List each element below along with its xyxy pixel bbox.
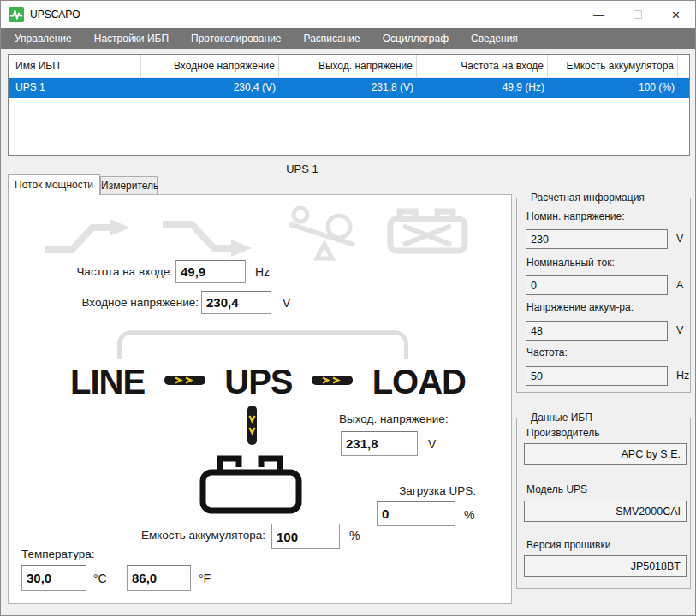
manufacturer-field[interactable] xyxy=(524,443,687,465)
app-window: UPSCAPO — ✕ Управление Настройки ИБП Про… xyxy=(0,0,696,616)
column-header-name[interactable]: Имя ИБП xyxy=(9,55,141,77)
power-flow-panel: Частота на входе: Hz Входное напряжение:… xyxy=(8,194,512,604)
nominal-voltage-field[interactable] xyxy=(526,229,668,249)
menu-bar: Управление Настройки ИБП Протоколировани… xyxy=(1,28,695,49)
flow-arrow-right-icon xyxy=(164,374,205,389)
input-frequency-field[interactable] xyxy=(175,260,246,283)
cell-battery-capacity: 100 (%) xyxy=(548,78,678,98)
window-title: UPSCAPO xyxy=(30,1,80,28)
nominal-current-unit: A xyxy=(676,279,683,291)
ups-data-title: Данные ИБП xyxy=(527,412,596,424)
frequency-unit: Hz xyxy=(676,370,689,382)
bypass-line xyxy=(117,330,408,359)
input-voltage-unit: V xyxy=(283,296,290,310)
diagram-line-label: LINE xyxy=(70,363,145,401)
battery-icon xyxy=(199,448,303,518)
manufacturer-label: Производитель xyxy=(526,427,599,439)
cell-input-frequency: 49,9 (Hz) xyxy=(417,78,548,98)
input-frequency-label: Частота на входе: xyxy=(26,265,173,278)
menu-item-about[interactable]: Сведения xyxy=(460,28,529,49)
ups-table-header: Имя ИБП Входное напряжение Выход. напряж… xyxy=(9,55,689,78)
close-button[interactable]: ✕ xyxy=(657,1,695,28)
nominal-voltage-unit: V xyxy=(676,233,683,245)
temperature-fahrenheit-unit: °F xyxy=(199,572,211,585)
ups-model-field[interactable] xyxy=(524,500,687,522)
column-header-input-voltage[interactable]: Входное напряжение xyxy=(141,55,279,77)
flow-arrow-right-icon xyxy=(312,374,353,389)
ups-data-group: Данные ИБП Производитель Модель UPS Верс… xyxy=(516,418,691,589)
output-voltage-field[interactable] xyxy=(341,431,418,456)
ups-table: Имя ИБП Входное напряжение Выход. напряж… xyxy=(8,54,690,156)
power-flow-diagram: LINE UPS LOAD xyxy=(70,359,466,404)
temperature-label: Температура: xyxy=(21,548,95,560)
overload-icon xyxy=(288,204,356,265)
ups-load-label: Загрузка UPS: xyxy=(377,484,476,497)
temperature-celsius-field[interactable] xyxy=(21,565,86,591)
flow-arrow-down-icon xyxy=(247,406,258,448)
battery-voltage-field[interactable] xyxy=(526,321,668,341)
maximize-button[interactable] xyxy=(618,1,657,28)
input-frequency-unit: Hz xyxy=(255,265,270,279)
ups-table-row-selected[interactable]: UPS 1 230,4 (V) 231,8 (V) 49,9 (Hz) 100 … xyxy=(9,78,689,98)
calculated-info-title: Расчетная информация xyxy=(527,192,648,204)
battery-voltage-label: Напряжение аккум-ра: xyxy=(526,301,634,313)
tab-power-flow[interactable]: Поток мощности xyxy=(8,174,100,195)
window-controls: — ✕ xyxy=(580,1,695,28)
battery-capacity-unit: % xyxy=(349,529,360,542)
ups-load-field[interactable] xyxy=(377,501,455,526)
maximize-icon xyxy=(634,10,642,19)
nominal-current-label: Номинальный ток: xyxy=(526,257,615,269)
column-header-input-frequency[interactable]: Частота на входе xyxy=(417,55,548,77)
cell-output-voltage: 231,8 (V) xyxy=(279,78,417,98)
nominal-current-field[interactable] xyxy=(526,275,668,295)
input-voltage-field[interactable] xyxy=(201,291,271,314)
column-header-output-voltage[interactable]: Выход. напряжение xyxy=(279,55,417,77)
tab-meter[interactable]: Измеритель xyxy=(100,176,158,195)
minimize-button[interactable]: — xyxy=(580,1,618,28)
firmware-version-label: Версия прошивки xyxy=(526,539,610,551)
output-voltage-label: Выход. напряжение: xyxy=(339,412,449,425)
title-bar: UPSCAPO — ✕ xyxy=(1,1,695,28)
menu-item-schedule[interactable]: Расписание xyxy=(293,28,372,49)
app-logo-icon xyxy=(9,7,24,22)
temperature-celsius-unit: °C xyxy=(93,572,107,585)
temperature-fahrenheit-field[interactable] xyxy=(127,565,191,591)
battery-capacity-field[interactable] xyxy=(271,524,340,549)
diagram-ups-label: UPS xyxy=(224,363,292,401)
ups-model-label: Модель UPS xyxy=(526,483,587,495)
battery-fault-icon xyxy=(385,205,471,258)
output-voltage-unit: V xyxy=(428,437,436,451)
frequency-field[interactable] xyxy=(526,366,668,386)
calculated-info-group: Расчетная информация Номин. напряжение: … xyxy=(516,198,691,393)
trim-icon xyxy=(159,216,258,265)
selected-ups-label: UPS 1 xyxy=(234,163,371,175)
diagram-load-label: LOAD xyxy=(372,363,466,401)
boost-icon xyxy=(41,214,135,258)
cell-input-voltage: 230,4 (V) xyxy=(141,78,279,98)
cell-ups-name: UPS 1 xyxy=(9,78,141,98)
firmware-version-field[interactable] xyxy=(524,555,687,577)
input-voltage-label: Входное напряжение: xyxy=(26,296,199,309)
nominal-voltage-label: Номин. напряжение: xyxy=(526,210,624,222)
menu-item-oscilloscope[interactable]: Осциллограф xyxy=(372,28,460,49)
menu-item-ups-settings[interactable]: Настройки ИБП xyxy=(83,28,180,49)
frequency-label: Частота: xyxy=(526,346,568,358)
column-header-battery-capacity[interactable]: Емкость аккумулятора xyxy=(548,55,678,77)
ups-load-unit: % xyxy=(464,508,474,522)
battery-voltage-unit: V xyxy=(676,324,683,336)
menu-item-logging[interactable]: Протоколирование xyxy=(180,28,293,49)
menu-item-control[interactable]: Управление xyxy=(3,28,83,49)
battery-capacity-label: Емкость аккумулятора: xyxy=(77,529,265,542)
